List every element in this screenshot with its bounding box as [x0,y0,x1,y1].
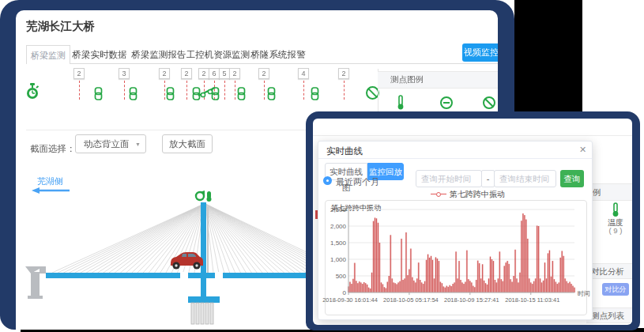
modal-window: 例 温度 ( 9 ) 对比分析 对比分析 测点列表 实时曲线 ✕ 实时曲线图监控… [313,119,632,325]
sensor-dashed-line [303,81,304,100]
legend-panel-title: 测点图例 [390,74,424,84]
chain-link-icon [166,87,175,100]
sensor-dashed-line [235,81,235,100]
back-tab-3[interactable]: 桥梁监测报告 [129,45,189,64]
chart-legend[interactable]: 第七跨跨中振动 [431,190,505,198]
circle-minus-icon [439,96,454,110]
dropdown-caret-icon: ▼ [135,135,141,154]
thermometer-icon [396,95,405,111]
svg-text:2018-10-09 15:27:41: 2018-10-09 15:27:41 [444,296,499,304]
close-icon[interactable]: ✕ [579,145,586,155]
realtime-curve-dialog: 实时曲线 ✕ 实时曲线图监控回放 最近两个月 - 查询 第七跨跨中振动 [318,141,593,320]
sensor-count-badge: 2 [338,68,349,79]
chain-link-icon [267,87,276,100]
section-select[interactable]: 动态背立面 ▼ [75,134,146,153]
sensor-dashed-line [264,81,265,100]
sensor-count-badge: 2 [181,68,192,79]
radio-label[interactable]: 最近两个月 [336,176,379,188]
prohibit-icon-small [482,96,496,110]
thermometer-icon [611,203,620,217]
legend-label: 第七跨跨中振动 [450,189,505,200]
back-tab-1[interactable]: 桥梁监测 [26,45,70,64]
svg-text:0: 0 [343,289,347,296]
svg-text:2018-10-15 11:03:41: 2018-10-15 11:03:41 [505,296,559,304]
back-tab-2[interactable]: 桥梁实时数据 [70,45,130,64]
radio-dot-icon [326,179,329,182]
bearing-icon [198,86,217,98]
query-button[interactable]: 查询 [560,170,584,187]
sensor-count-badge: 4 [298,68,309,79]
end-time-input[interactable] [494,170,556,187]
svg-text:1,500: 1,500 [330,240,347,247]
sensor-dashed-line [79,81,80,100]
dialog-title: 实时曲线 [326,145,363,157]
svg-text:500: 500 [336,273,347,280]
sensor-count-badge: 5 [219,68,230,79]
sensor-count-badge: 2 [73,68,85,79]
section-select-label: 截面选择： [30,139,76,158]
svg-text:2018-09-30 16:01:44: 2018-09-30 16:01:44 [322,296,378,304]
screenshot-canvas: 芜湖长江大桥 桥梁监测桥梁实时数据桥梁监测报告工控机资源监测桥隧系统报警 视频监… [0,0,644,332]
measurement-list-fragment: 测点列表 [586,307,632,323]
sensor-count-badge: 3 [119,68,130,79]
video-monitor-button[interactable]: 视频监控 [462,43,498,62]
sensor-dashed-line [186,81,187,100]
sensor-dashed-line [124,81,125,100]
svg-text:1,000: 1,000 [330,256,347,263]
section-select-value: 动态背立面 [84,139,130,149]
compare-section-header: 对比分析 [586,263,632,279]
car-image [171,252,203,270]
sensor-count-badge: 2 [159,68,170,79]
black-region-top-right [514,0,582,111]
sensor-count-badge: 2 [229,68,240,79]
temperature-count: ( 9 ) [604,226,627,235]
sensor-dashed-line [224,81,225,100]
dialog-header: 实时曲线 ✕ [318,141,592,159]
legend-header-fragment: 例 [586,183,632,201]
svg-text:时间: 时间 [578,290,590,297]
enlarge-section-button[interactable]: 放大截面 [162,134,213,153]
chain-link-icon [237,87,246,100]
start-time-input[interactable] [416,170,482,187]
vibration-chart: 05001,0001,5002,0002,5002018-09-30 16:01… [326,209,587,315]
chart-panel: 第七跨跨中振动 05001,0001,5002,0002,5002018-09-… [325,200,587,315]
svg-text:2,000: 2,000 [330,223,347,230]
sensor-count-badge: 2 [198,68,209,79]
sensor-count-badge: 6 [209,68,220,79]
side-direction-label: 芜湖侧 [37,175,63,187]
sensor-dashed-line [164,81,165,100]
legend-panel-header: 测点图例 [378,71,498,89]
tower-top-sensor-icon [207,191,212,202]
svg-text:2018-10-05 05:17:54: 2018-10-05 05:17:54 [383,296,439,304]
rotate-icon [196,191,205,200]
pier-piles [191,303,213,324]
chain-link-icon [311,87,319,100]
legend-marker-icon [431,192,446,197]
sensor-dashed-line [344,81,345,100]
chain-link-icon [94,87,103,100]
divider [313,135,632,136]
svg-text:2,500: 2,500 [330,206,347,213]
radio-last-two-months[interactable] [323,176,332,185]
stopwatch-icon [24,83,40,100]
abutment [25,266,46,299]
sensor-count-badge: 2 [258,68,269,79]
range-separator: - [481,170,495,187]
back-tab-4[interactable]: 工控机资源监测 [184,45,252,64]
back-tab-5[interactable]: 桥隧系统报警 [248,45,308,64]
chain-link-icon [129,87,137,100]
compare-analysis-button[interactable]: 对比分析 [602,283,629,296]
page-title: 芜湖长江大桥 [26,19,95,34]
